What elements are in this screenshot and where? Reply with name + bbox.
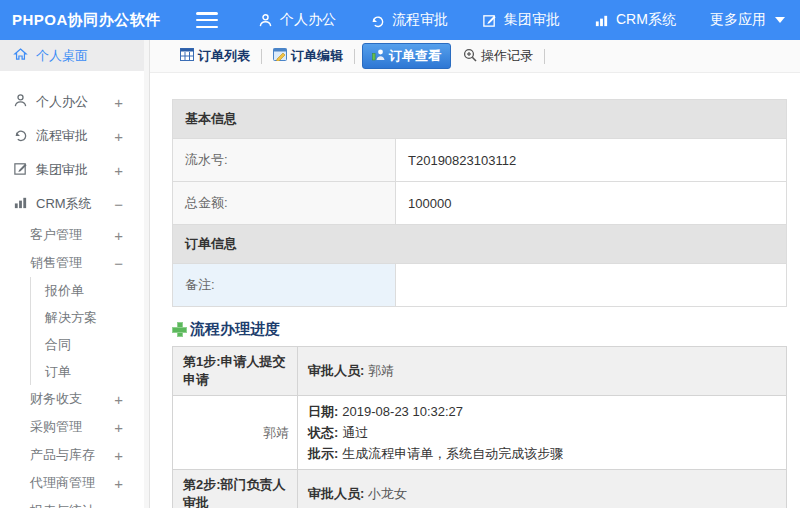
approver-label: 审批人员:	[308, 486, 364, 501]
sidebar-item-label: 流程审批	[36, 127, 88, 145]
sidebar-item-order[interactable]: 订单	[31, 358, 149, 385]
sidebar-item-reports[interactable]: 报表与统计	[0, 497, 149, 508]
flow-icon	[13, 127, 28, 145]
expander-plus[interactable]: +	[114, 227, 123, 244]
approver-name: 小龙女	[368, 486, 407, 501]
step-approver: 审批人员: 郭靖	[298, 347, 787, 396]
topnav-label: CRM系统	[616, 11, 676, 29]
step-approver: 审批人员: 小龙女	[298, 470, 787, 508]
process-table: 第1步:申请人提交申请 审批人员: 郭靖 郭靖 日期:2019-08-23 10…	[172, 346, 787, 508]
table-row: 流水号: T20190823103112	[173, 139, 787, 182]
status-value: 通过	[342, 425, 368, 440]
field-label-total: 总金额:	[173, 182, 396, 225]
expander-plus[interactable]: +	[114, 475, 123, 492]
tab-label: 操作记录	[481, 47, 533, 65]
tab-order-view[interactable]: 订单查看	[362, 43, 451, 69]
topnav-flow-approval[interactable]: 流程审批	[370, 11, 448, 29]
expander-plus[interactable]: +	[114, 391, 123, 408]
expander-plus[interactable]: +	[114, 419, 123, 436]
step-title: 第1步:申请人提交申请	[173, 347, 298, 396]
sidebar-item-customer-mgmt[interactable]: 客户管理 +	[0, 221, 149, 249]
tab-divider	[261, 49, 262, 64]
person-icon	[13, 93, 28, 111]
remark-value: 生成流程申请单，系统自动完成该步骤	[342, 446, 563, 461]
sidebar-item-label: 报价单	[45, 282, 84, 300]
caret-down-icon	[775, 17, 785, 23]
sidebar-item-label: 订单	[45, 363, 71, 381]
sidebar-item-label: 代理商管理	[30, 474, 95, 492]
sidebar-item-agents[interactable]: 代理商管理 +	[0, 469, 149, 497]
process-step-header: 第2步:部门负责人审批 审批人员: 小龙女	[173, 470, 787, 508]
detail-date-line: 日期:2019-08-23 10:32:27	[308, 401, 776, 422]
expander-plus[interactable]: +	[114, 128, 123, 145]
sidebar-item-personal-office[interactable]: 个人办公 +	[0, 85, 149, 119]
order-info-table: 基本信息 流水号: T20190823103112 总金额: 100000 订单…	[172, 99, 787, 307]
expander-plus[interactable]: +	[114, 447, 123, 464]
tab-operation-log[interactable]: 操作记录	[455, 43, 541, 69]
order-detail-panel: 基本信息 流水号: T20190823103112 总金额: 100000 订单…	[150, 73, 800, 508]
sidebar-subgroup-sales: 报价单 解决方案 合同 订单	[30, 277, 149, 385]
table-row: 总金额: 100000	[173, 182, 787, 225]
approver-name-cell: 郭靖	[173, 396, 298, 470]
section-header-order-info: 订单信息	[173, 225, 787, 264]
step-title: 第2步:部门负责人审批	[173, 470, 298, 508]
status-label: 状态:	[308, 425, 338, 440]
table-row: 备注:	[173, 264, 787, 307]
tab-label: 订单列表	[198, 47, 250, 65]
topnav-label: 更多应用	[710, 11, 766, 29]
sidebar-item-group-approval[interactable]: 集团审批 +	[0, 153, 149, 187]
sidebar-item-label: 客户管理	[30, 226, 82, 244]
sidebar-item-flow-approval[interactable]: 流程审批 +	[0, 119, 149, 153]
sidebar-item-label: 合同	[45, 336, 71, 354]
sidebar-item-label: CRM系统	[36, 195, 92, 213]
remark-label: 批示:	[308, 446, 338, 461]
topnav-crm[interactable]: CRM系统	[594, 11, 676, 29]
zoom-in-icon	[463, 48, 477, 65]
sidebar-item-products[interactable]: 产品与库存 +	[0, 441, 149, 469]
sidebar-item-contract[interactable]: 合同	[31, 331, 149, 358]
sidebar: 个人桌面 个人办公 + 流程审批 + 集团审批 + CRM系统 −	[0, 40, 150, 508]
topnav-more-apps[interactable]: 更多应用	[710, 11, 785, 29]
sidebar-item-label: 解决方案	[45, 309, 97, 327]
hamburger-menu-icon[interactable]	[196, 12, 218, 28]
top-header: PHPOA协同办公软件 个人办公 流程审批 集团审批 CRM系统	[0, 0, 800, 40]
process-step-detail: 郭靖 日期:2019-08-23 10:32:27 状态:通过 批示:生成流程申…	[173, 396, 787, 470]
edit-icon	[13, 161, 28, 179]
topnav-label: 流程审批	[392, 11, 448, 29]
sidebar-item-desktop[interactable]: 个人桌面	[0, 40, 149, 71]
sidebar-item-label: 集团审批	[36, 161, 88, 179]
flow-icon	[370, 13, 385, 28]
tab-label: 订单编辑	[291, 47, 343, 65]
process-progress-title: 流程办理进度	[190, 320, 280, 339]
expander-minus[interactable]: −	[114, 255, 123, 272]
sidebar-item-label: 财务收支	[30, 390, 82, 408]
sidebar-item-finance[interactable]: 财务收支 +	[0, 385, 149, 413]
expander-plus[interactable]: +	[114, 162, 123, 179]
edit-icon	[482, 13, 497, 28]
home-icon	[13, 47, 28, 65]
bar-chart-icon	[594, 13, 609, 28]
edit-page-icon	[273, 48, 287, 64]
sidebar-item-label: 采购管理	[30, 418, 82, 436]
sidebar-item-solution[interactable]: 解决方案	[31, 304, 149, 331]
top-nav: 个人办公 流程审批 集团审批 CRM系统 更多应用	[258, 11, 785, 29]
view-order-icon	[372, 48, 385, 64]
sidebar-menu: 个人办公 + 流程审批 + 集团审批 + CRM系统 − 客户管理 +	[0, 71, 149, 508]
sidebar-item-crm[interactable]: CRM系统 −	[0, 187, 149, 221]
person-icon	[258, 13, 273, 28]
process-step-header: 第1步:申请人提交申请 审批人员: 郭靖	[173, 347, 787, 396]
tab-divider	[354, 49, 355, 64]
field-value-note	[396, 264, 787, 307]
sidebar-item-purchase[interactable]: 采购管理 +	[0, 413, 149, 441]
topnav-personal-office[interactable]: 个人办公	[258, 11, 336, 29]
sidebar-item-quotation[interactable]: 报价单	[31, 277, 149, 304]
field-value-total: 100000	[396, 182, 787, 225]
expander-plus[interactable]: +	[114, 94, 123, 111]
step-detail-cell: 日期:2019-08-23 10:32:27 状态:通过 批示:生成流程申请单，…	[298, 396, 787, 470]
sidebar-item-sales-mgmt[interactable]: 销售管理 −	[0, 249, 149, 277]
topnav-group-approval[interactable]: 集团审批	[482, 11, 560, 29]
tab-order-list[interactable]: 订单列表	[172, 43, 258, 69]
tab-order-edit[interactable]: 订单编辑	[265, 43, 351, 69]
expander-minus[interactable]: −	[114, 196, 123, 213]
date-value: 2019-08-23 10:32:27	[342, 404, 463, 419]
